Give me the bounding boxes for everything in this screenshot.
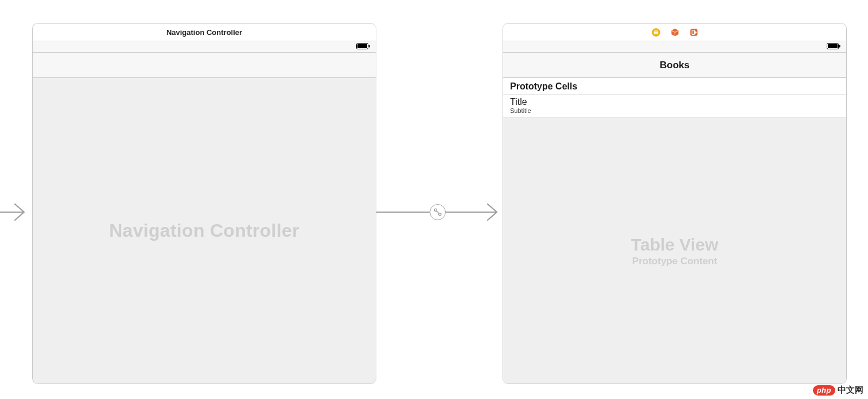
watermark-pill: php	[813, 385, 835, 396]
placeholder-sub: Prototype Content	[632, 256, 717, 267]
navigation-title: Books	[660, 60, 690, 71]
battery-icon	[356, 43, 370, 50]
placeholder-label: Navigation Controller	[109, 220, 299, 241]
svg-rect-3	[369, 45, 370, 48]
scene-titlebar[interactable]: Navigation Controller	[33, 24, 376, 41]
svg-line-8	[437, 211, 439, 214]
watermark-text: 中文网	[838, 385, 863, 396]
storyboard-entry-arrow	[0, 198, 34, 226]
svg-point-7	[439, 213, 441, 216]
navigation-controller-body: Navigation Controller	[33, 78, 376, 384]
scene-title: Navigation Controller	[166, 28, 242, 37]
status-bar	[503, 41, 846, 53]
battery-icon	[827, 43, 840, 50]
svg-point-6	[434, 209, 437, 211]
status-bar	[33, 41, 376, 53]
cell-subtitle-label: Subtitle	[510, 107, 839, 114]
svg-rect-20	[839, 45, 840, 48]
table-body-placeholder: Table View Prototype Content	[503, 118, 846, 384]
watermark: php 中文网	[813, 385, 863, 396]
prototype-cell[interactable]: Title Subtitle	[503, 95, 846, 118]
books-table-scene[interactable]: Books Prototype Cells Title Subtitle Tab…	[503, 23, 847, 384]
svg-rect-19	[828, 44, 838, 48]
prototype-cells-header: Prototype Cells	[503, 78, 846, 95]
table-view[interactable]: Prototype Cells Title Subtitle Table Vie…	[503, 78, 846, 384]
first-responder-icon[interactable]	[671, 28, 679, 37]
scene-titlebar[interactable]	[503, 24, 846, 41]
navigation-bar[interactable]	[33, 53, 376, 78]
svg-rect-2	[357, 44, 367, 48]
navigation-bar[interactable]: Books	[503, 53, 846, 78]
segue-relationship-icon[interactable]	[430, 204, 446, 220]
navigation-item-icon[interactable]	[652, 28, 660, 37]
navigation-controller-scene[interactable]: Navigation Controller Navigation Control…	[32, 23, 376, 384]
placeholder-main: Table View	[631, 235, 718, 255]
exit-icon[interactable]	[690, 28, 698, 37]
cell-title-label: Title	[510, 97, 839, 107]
